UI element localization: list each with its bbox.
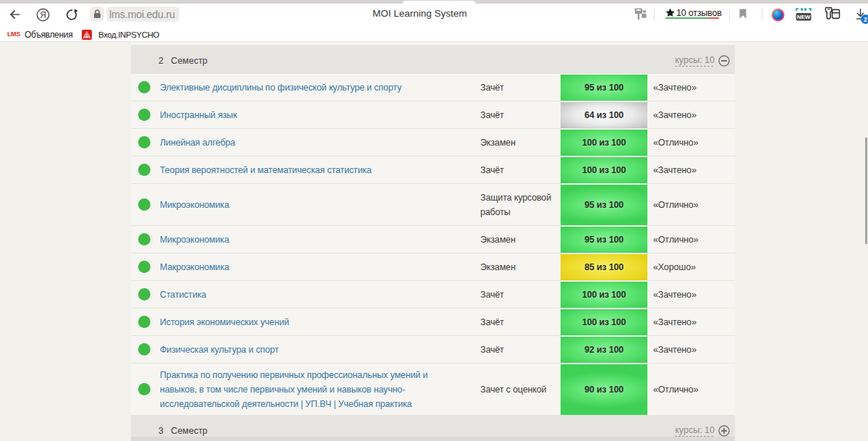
svg-text:NEW: NEW <box>797 14 811 20</box>
svg-text:Я: Я <box>40 10 46 20</box>
